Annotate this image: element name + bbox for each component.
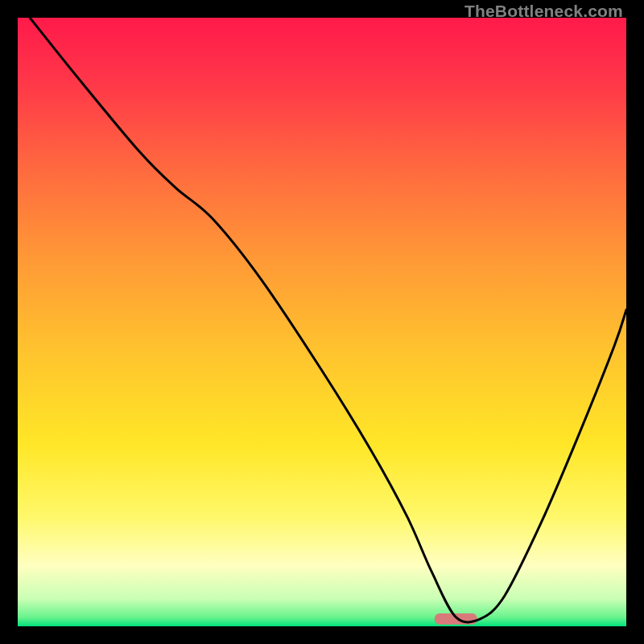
chart-svg bbox=[18, 18, 626, 626]
chart-frame bbox=[18, 18, 626, 626]
watermark-text: TheBottleneck.com bbox=[464, 2, 623, 21]
